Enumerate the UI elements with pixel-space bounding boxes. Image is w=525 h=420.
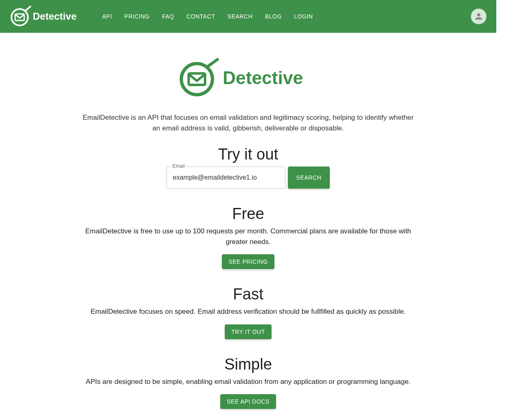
feature-simple-title: Simple (80, 356, 416, 373)
try-form: Email SEARCH (80, 167, 416, 189)
main-content: Detective EmailDetective is an API that … (80, 33, 416, 420)
logo[interactable]: Detective (10, 6, 86, 27)
feature-fast-title: Fast (80, 285, 416, 303)
nav-contact[interactable]: CONTACT (186, 13, 215, 20)
feature-simple: Simple APIs are designed to be simple, e… (80, 356, 416, 409)
feature-fast: Fast EmailDetective focuses on speed. Em… (80, 285, 416, 339)
svg-line-0 (25, 7, 30, 11)
avatar[interactable] (471, 9, 486, 24)
svg-line-4 (207, 59, 217, 67)
svg-point-5 (181, 64, 212, 95)
logo-icon: Detective (10, 6, 86, 27)
see-api-docs-button[interactable]: SEE API DOCS (220, 394, 276, 409)
svg-text:Detective: Detective (223, 68, 303, 88)
hero-logo-icon: Detective (178, 57, 318, 98)
try-it-out-button[interactable]: TRY IT OUT (225, 324, 272, 339)
feature-free: Free EmailDetective is free to use up to… (80, 205, 416, 269)
email-field[interactable] (167, 167, 285, 189)
nav-login[interactable]: LOGIN (294, 13, 313, 20)
feature-fast-description: EmailDetective focuses on speed. Email a… (80, 306, 416, 317)
nav-blog[interactable]: BLOG (265, 13, 282, 20)
svg-point-1 (11, 9, 28, 25)
hero-description: EmailDetective is an API that focuses on… (80, 112, 416, 133)
feature-free-description: EmailDetective is free to use up to 100 … (80, 226, 416, 247)
feature-simple-description: APIs are designed to be simple, enabling… (80, 377, 416, 387)
person-icon (474, 11, 484, 21)
email-input-wrap: Email (167, 167, 285, 189)
nav-pricing[interactable]: PRICING (124, 13, 150, 20)
try-title: Try it out (80, 146, 416, 163)
nav-faq[interactable]: FAQ (162, 13, 174, 20)
nav-search[interactable]: SEARCH (228, 13, 253, 20)
see-pricing-button[interactable]: SEE PRICING (222, 254, 274, 269)
search-button[interactable]: SEARCH (288, 167, 329, 189)
nav: API PRICING FAQ CONTACT SEARCH BLOG LOGI… (102, 13, 313, 20)
email-label: Email (171, 163, 186, 169)
feature-free-title: Free (80, 205, 416, 223)
svg-text:Detective: Detective (33, 11, 77, 22)
header: Detective API PRICING FAQ CONTACT SEARCH… (0, 0, 496, 33)
nav-api[interactable]: API (102, 13, 112, 20)
hero-logo: Detective (80, 57, 416, 100)
